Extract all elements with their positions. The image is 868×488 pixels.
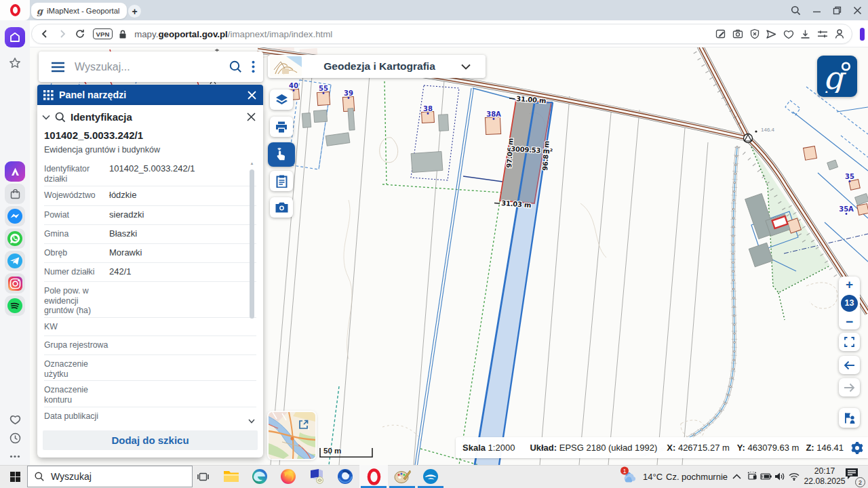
bookmarks-star-icon[interactable] (5, 53, 25, 73)
layers-tool-button[interactable] (270, 89, 293, 110)
table-row: Pole pow. w ewidencji gruntów (ha) (44, 282, 256, 318)
identify-close-icon[interactable] (247, 113, 256, 121)
search-input[interactable]: Wyszukaj... (75, 61, 220, 73)
settings-gear-icon[interactable] (850, 441, 864, 455)
telegram-icon[interactable] (5, 251, 25, 271)
aria-ai-icon[interactable] (5, 161, 25, 182)
search-more-icon[interactable] (252, 60, 255, 73)
weather-icon[interactable]: 1 (623, 470, 637, 483)
instagram-icon[interactable] (5, 273, 25, 293)
weather-temperature[interactable]: 14°C (643, 472, 663, 482)
shield-blocker-icon[interactable] (746, 26, 763, 43)
task-view-button[interactable] (189, 465, 217, 488)
report-issue-button[interactable] (839, 408, 860, 428)
file-explorer-icon[interactable] (217, 465, 245, 488)
flow-share-icon[interactable] (763, 26, 780, 43)
lock-icon[interactable] (117, 25, 129, 43)
weather-description[interactable]: Cz. pochmurnie (666, 472, 728, 482)
table-row: Data publikacji (44, 407, 256, 424)
window-restore-button[interactable] (831, 5, 843, 16)
history-forward-button[interactable] (839, 378, 860, 396)
panel-scrollbar[interactable]: ▲ (250, 163, 254, 427)
window-minimize-button[interactable] (811, 5, 823, 16)
window-close-button[interactable] (852, 5, 863, 16)
download-icon[interactable] (797, 26, 814, 43)
profile-icon[interactable] (831, 26, 848, 43)
messenger-icon[interactable] (5, 206, 25, 226)
paint-app-icon[interactable] (388, 465, 416, 488)
address-bar[interactable]: VPN mapy.geoportal.gov.pl/imapnext/imap/… (31, 24, 852, 44)
sidebar-heart-icon[interactable] (5, 409, 25, 430)
scrollbar-up-icon[interactable]: ▲ (250, 161, 254, 165)
identify-tool-button[interactable] (268, 142, 295, 167)
add-to-sketch-button[interactable]: Dodaj do szkicu (43, 430, 258, 450)
search-submit-icon[interactable] (229, 60, 242, 73)
overview-minimap[interactable] (269, 412, 315, 459)
back-icon[interactable] (36, 25, 54, 43)
tray-chevron-up-icon[interactable] (732, 474, 741, 479)
history-clock-icon[interactable] (5, 428, 25, 448)
coord-y-value: 463079.63 m (747, 443, 799, 453)
taskbar-search-box[interactable]: Wyszukaj (27, 466, 193, 487)
weather-alert-badge: 1 (620, 467, 629, 475)
start-button[interactable] (5, 465, 24, 488)
tray-wifi-icon[interactable] (789, 472, 800, 481)
action-center-button[interactable]: 2 (845, 468, 863, 485)
start-page-icon[interactable] (5, 27, 25, 47)
table-row: Województwołódzkie (44, 186, 256, 206)
map-viewport[interactable]: 146.4 31.00 m 31.03 m 97.06 m 96.88 m 30… (30, 47, 868, 465)
clipboard-tool-button[interactable] (270, 171, 293, 191)
identify-section-title: Identyfikacja (71, 111, 242, 123)
tray-battery-icon[interactable] (760, 473, 772, 481)
collapse-chevron-icon[interactable] (42, 115, 50, 120)
scalebar (319, 447, 373, 458)
history-back-button[interactable] (839, 356, 860, 374)
geoportal-logo[interactable]: g (817, 56, 857, 97)
sidebar-setup-pill[interactable] (860, 28, 865, 41)
reload-icon[interactable] (71, 25, 89, 43)
edge-browser-icon[interactable] (245, 465, 274, 488)
vpn-badge[interactable]: VPN (93, 28, 113, 39)
openoffice-icon[interactable] (416, 465, 445, 488)
map-composition-dropdown[interactable]: Geodezja i Kartografia (268, 55, 486, 78)
browser-tab[interactable]: g iMapNext - Geoportal (31, 3, 127, 19)
computer-app-icon[interactable] (302, 465, 331, 488)
sidebar-more-icon[interactable] (5, 446, 25, 466)
zoom-in-button[interactable]: + (846, 279, 853, 290)
fullscreen-button[interactable] (839, 333, 860, 351)
taskbar-clock[interactable]: 20:17 22.08.2025 (803, 466, 846, 486)
svg-text:38A: 38A (486, 110, 501, 118)
new-tab-button[interactable]: + (128, 5, 141, 18)
tab-title: iMapNext - Geoportal (47, 7, 119, 15)
tray-cast-icon[interactable] (747, 472, 757, 481)
sync-app-icon[interactable] (331, 465, 359, 488)
panel-header[interactable]: Panel narzędzi (37, 85, 263, 105)
table-row: Oznaczenie konturu (44, 381, 256, 407)
forward-icon[interactable] (54, 25, 71, 43)
print-tool-button[interactable] (270, 117, 293, 137)
firefox-browser-icon[interactable] (274, 465, 302, 488)
scrollbar-thumb[interactable] (250, 169, 254, 319)
minimap-expand-icon[interactable] (298, 420, 309, 430)
whatsapp-icon[interactable] (5, 228, 25, 249)
menu-hamburger-icon[interactable] (51, 62, 65, 73)
spotify-icon[interactable] (5, 296, 25, 316)
tray-volume-icon[interactable] (774, 472, 785, 481)
notification-count-badge: 2 (855, 477, 865, 487)
tab-search-icon[interactable] (790, 5, 802, 16)
easy-setup-sliders-icon[interactable] (814, 26, 831, 43)
url-text[interactable]: mapy.geoportal.gov.pl/imapnext/imap/inde… (134, 29, 712, 39)
camera-tool-button[interactable] (270, 197, 293, 218)
shopping-icon[interactable] (5, 184, 25, 204)
parcel-lines-blue-dashed (288, 80, 868, 169)
chevron-down-icon[interactable] (461, 64, 471, 70)
heart-bookmark-icon[interactable] (780, 26, 797, 43)
panel-close-icon[interactable] (248, 91, 256, 100)
table-row: Identyfikator działki101402_5.0033.242/1 (44, 160, 256, 186)
compose-icon[interactable] (712, 26, 729, 43)
opera-menu-button[interactable] (0, 0, 30, 20)
opera-browser-icon[interactable] (359, 465, 388, 488)
map-search-bar[interactable]: Wyszukaj... (39, 52, 263, 82)
snapshot-camera-icon[interactable] (729, 26, 746, 43)
zoom-out-button[interactable]: − (846, 316, 853, 327)
